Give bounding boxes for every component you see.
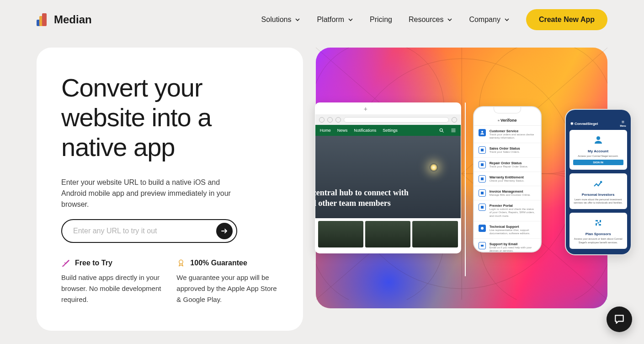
median-logo-icon (37, 13, 49, 26)
phone2-card-title: Plan Sponsors (573, 232, 623, 236)
phone1-row-title: Warranty Entitlement (490, 175, 536, 179)
feature-free-title: Free to Try (75, 259, 112, 267)
phone2-card-sub: Access your account or learn about Conra… (573, 237, 623, 244)
phone1-row-sub: Email us if you need help with your devi… (490, 246, 536, 253)
phone1-row-title: Premier Portal (490, 204, 536, 208)
browser-site-nav: Home News Notifications Settings (315, 125, 461, 136)
chevron-down-icon (447, 17, 452, 22)
svg-rect-17 (481, 206, 484, 209)
phone2-brand: ConradSiegel (575, 122, 598, 126)
phone1-row-title: Invoice Management (490, 189, 536, 194)
nav-platform-label: Platform (317, 16, 344, 24)
site-nav-news: News (337, 128, 348, 133)
phone-mockup-verifone: ≡ Verifone Customer ServiceTrack your or… (473, 106, 542, 253)
hero-illustration: + Home News Notifications Settings r cen… (316, 48, 607, 308)
phone1-row-sub: Track your Sales Orders. (490, 150, 536, 154)
site-nav-settings: Settings (383, 128, 398, 133)
url-input[interactable] (73, 227, 216, 235)
streetlight-icon (430, 163, 438, 172)
phone2-card-sub: Learn more about the personal investment… (573, 198, 623, 204)
header: Median Solutions Platform Pricing Resour… (0, 0, 644, 39)
svg-rect-19 (481, 245, 484, 247)
logo[interactable]: Median (37, 13, 92, 26)
feature-guarantee-body: We guarantee your app will be approved b… (176, 272, 278, 305)
phone2-card-sub: Access your Conrad Siegel account. (573, 155, 623, 158)
hero-card: Convert your website into a native app E… (37, 48, 303, 331)
nav-platform[interactable]: Platform (317, 16, 353, 24)
nav-company-label: Company (469, 16, 500, 24)
svg-point-18 (481, 227, 484, 230)
hero: Convert your website into a native app E… (0, 48, 644, 331)
phone1-row-title: Sales Order Status (490, 146, 536, 150)
hero-title: Convert your website into a native app (61, 73, 278, 162)
brand-name: Median (54, 13, 92, 26)
phone1-brand: Verifone (500, 118, 517, 123)
phone2-signin-button: SIGN IN (573, 160, 623, 165)
phone1-row-title: Repair Order Status (490, 161, 536, 165)
chevron-down-icon (295, 17, 300, 22)
svg-rect-15 (481, 177, 484, 180)
arrow-right-icon (220, 227, 229, 235)
search-icon (439, 128, 444, 133)
svg-rect-13 (481, 149, 484, 151)
divider-line (465, 102, 466, 276)
menu-icon (451, 128, 456, 133)
browser-hero-line2: nd other team members (315, 198, 409, 209)
svg-point-10 (440, 129, 442, 131)
phone1-row-sub: Track your orders and access device warr… (490, 133, 536, 140)
user-icon (593, 134, 604, 145)
url-input-group (61, 219, 237, 243)
phone-mockup-conradsiegel: ✱ ConradSiegel ≡Menu My Account Access y… (565, 109, 632, 255)
phone1-row-title: Technical Support (490, 225, 536, 229)
feature-free: Free to Try Build native apps directly i… (61, 258, 163, 305)
hero-subtitle: Enter your website URL to build a native… (61, 177, 244, 210)
chat-icon (613, 313, 625, 325)
nav-resources[interactable]: Resources (409, 16, 452, 24)
create-app-button[interactable]: Create New App (526, 9, 607, 30)
phone1-row-title: Customer Service (490, 129, 536, 133)
phone2-card-title: Personal Investors (573, 193, 623, 197)
puzzle-icon (593, 217, 604, 228)
svg-point-0 (179, 260, 183, 263)
nav-resources-label: Resources (409, 16, 443, 24)
submit-button[interactable] (216, 223, 233, 239)
feature-guarantee: 100% Guarantee We guarantee your app wil… (176, 258, 278, 305)
svg-point-12 (481, 131, 483, 133)
svg-rect-14 (481, 163, 484, 166)
phone2-card-sponsors: Plan Sponsors Access your account or lea… (569, 213, 627, 248)
browser-hero-line1: r central hub to connect with (315, 188, 409, 198)
svg-point-20 (596, 136, 600, 140)
top-nav: Solutions Platform Pricing Resources Com… (261, 9, 607, 30)
site-nav-home: Home (320, 128, 331, 133)
svg-rect-16 (481, 192, 484, 194)
nav-solutions[interactable]: Solutions (261, 16, 301, 24)
chevron-down-icon (504, 17, 510, 22)
phone2-menu-label: Menu (620, 124, 626, 127)
rocket-icon (61, 258, 70, 268)
feature-free-body: Build native apps directly in your brows… (61, 272, 163, 305)
phone1-row-sub: Live representative chat, support docume… (490, 229, 536, 235)
nav-solutions-label: Solutions (261, 16, 292, 24)
chevron-down-icon (348, 17, 353, 22)
phone2-card-account: My Account Access your Conrad Siegel acc… (569, 130, 627, 170)
features: Free to Try Build native apps directly i… (61, 258, 278, 305)
site-nav-notifications: Notifications (354, 128, 376, 133)
phone1-row-sub: Manage Bills and Invoices Online. (490, 194, 536, 197)
browser-mockup: + Home News Notifications Settings r cen… (315, 102, 461, 253)
nav-pricing-label: Pricing (370, 16, 392, 24)
feature-guarantee-title: 100% Guarantee (190, 259, 247, 267)
svg-line-11 (442, 131, 443, 133)
phone2-card-title: My Account (573, 149, 623, 153)
phone1-row-sub: Check your Warranty Status. (490, 179, 536, 183)
plus-icon: + (364, 105, 367, 113)
phone1-row-title: Support by Email (490, 242, 536, 246)
nav-pricing[interactable]: Pricing (370, 16, 392, 24)
phone2-card-investors: Personal Investors Learn more about the … (569, 173, 627, 209)
nav-company[interactable]: Company (469, 16, 509, 24)
ribbon-icon (176, 258, 186, 268)
phone1-row-sub: Track your Repair Order Status. (490, 165, 536, 168)
chart-icon (593, 178, 604, 189)
phone1-row-sub: Login to submit and check the status of … (490, 208, 536, 218)
chat-button[interactable] (607, 306, 632, 332)
